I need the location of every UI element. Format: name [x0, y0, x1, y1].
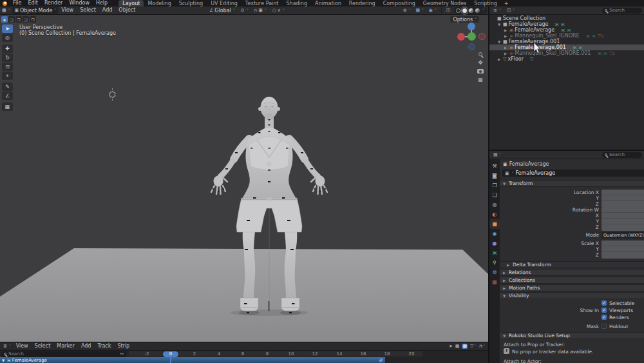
character-model[interactable]: [209, 91, 332, 318]
camera-view-icon[interactable]: [477, 69, 484, 74]
pivot-dropdown[interactable]: ⊙˅: [239, 7, 251, 14]
material-shading-icon[interactable]: [469, 8, 473, 13]
location-x-field[interactable]: [601, 190, 644, 195]
visibility-dropdown[interactable]: ⊚˅: [401, 7, 413, 14]
mode-dropdown[interactable]: ▣ Object Mode ˅: [12, 7, 58, 14]
snap-frame-icon[interactable]: ▦: [462, 344, 468, 349]
scale-y-field[interactable]: [601, 246, 644, 252]
outliner-row-mannequin[interactable]: ▶ ж Mannequin_Skel_IGNORE ж ж ▽2: [489, 33, 644, 39]
workspace-tab[interactable]: Sculpting: [175, 0, 207, 6]
armature-data-icon[interactable]: ж: [592, 34, 596, 39]
tool-button[interactable]: ✎: [2, 83, 13, 91]
armature-data-icon[interactable]: ж: [578, 45, 582, 50]
rotation-mode-dropdown[interactable]: Quaternion (WXYZ): [601, 232, 644, 239]
viewport-3d[interactable]: ➤❏❐❑❒ Options ˅ User Perspective (0) Sce…: [0, 15, 488, 342]
snap-toggle[interactable]: ∩ ▣˅: [252, 7, 269, 14]
properties-tab[interactable]: ⚒: [489, 161, 500, 171]
nla-menu-item[interactable]: Add: [78, 343, 95, 349]
panel-divider-vertical[interactable]: [488, 6, 489, 363]
mesh-children-icon[interactable]: ▽2: [598, 34, 603, 39]
proportional-time-icon[interactable]: ◔˅: [478, 344, 485, 349]
rotation-z-field[interactable]: [601, 224, 644, 230]
gizmos-dropdown[interactable]: ▦˅: [413, 7, 425, 14]
workspace-tab[interactable]: Geometry Nodes: [419, 0, 470, 6]
disclosure-icon[interactable]: ▶: [504, 34, 508, 38]
select-mode-button[interactable]: ❒: [30, 16, 36, 23]
pose-icon[interactable]: ж: [586, 34, 590, 39]
properties-tab[interactable]: ◐: [489, 210, 500, 219]
delta-transform-panel-header[interactable]: ▶Delta Transform: [500, 261, 644, 268]
tool-button[interactable]: ∠: [2, 92, 13, 100]
workspace-tab[interactable]: Modeling: [144, 0, 175, 6]
properties-tab[interactable]: ■: [489, 219, 500, 229]
nla-track-row[interactable]: ▼ ж FemaleAverage ✓: [0, 357, 385, 363]
armature-data-icon[interactable]: ж: [603, 51, 607, 56]
select-mode-button[interactable]: ❑: [23, 16, 29, 23]
nla-menu-item[interactable]: View: [13, 343, 32, 349]
collections-panel-header[interactable]: ▶Collections: [500, 277, 644, 284]
motion-paths-panel-header[interactable]: ▶Motion Paths: [500, 284, 644, 291]
breadcrumb[interactable]: ▣ FemaleAverage: [503, 161, 549, 167]
viewport-menu-item[interactable]: Add: [99, 7, 116, 14]
tool-button[interactable]: ◎: [2, 34, 13, 42]
outliner-row-xfloor[interactable]: ▶ ▽ xFloor ▽: [489, 56, 644, 62]
disclosure-icon[interactable]: ▶: [504, 28, 508, 32]
pan-view-icon[interactable]: ✥: [478, 59, 483, 66]
track-checkbox[interactable]: ✓: [379, 358, 383, 362]
disclosure-icon[interactable]: ▶: [504, 46, 508, 50]
rokoko-panel-header[interactable]: ▼Rokoko Studio Live Setup: [500, 332, 644, 339]
tool-button[interactable]: ➤: [2, 25, 13, 33]
ortho-toggle-icon[interactable]: ▦: [478, 77, 483, 83]
outliner-display-mode-button[interactable]: ◫˅: [505, 7, 516, 14]
disclosure-icon[interactable]: ▼: [498, 40, 502, 44]
properties-tab[interactable]: ◙: [489, 171, 500, 181]
scale-z-field[interactable]: [601, 252, 644, 258]
shading-dropdown-icon[interactable]: ˅: [482, 8, 484, 12]
zoom-view-icon[interactable]: [478, 52, 482, 56]
workspace-tab[interactable]: UV Editing: [207, 0, 242, 6]
fit-width-icon[interactable]: ↔: [120, 351, 124, 357]
workspace-tab[interactable]: Shading: [282, 0, 311, 6]
properties-tab[interactable]: ❏: [489, 190, 500, 200]
properties-tab[interactable]: ◍: [489, 200, 500, 210]
rendered-shading-icon[interactable]: [475, 8, 480, 13]
viewport-menu-item[interactable]: View: [58, 7, 77, 14]
outliner-row-mannequin-001[interactable]: ▶ ж Mannequin_Skel_IGNORE.001 ж ж ▽2: [489, 50, 644, 56]
disclosure-icon[interactable]: ▶: [504, 52, 508, 55]
properties-tab[interactable]: ж: [489, 248, 500, 258]
menu-item[interactable]: Render: [41, 0, 66, 6]
nla-menu-item[interactable]: Strip: [114, 343, 133, 349]
wireframe-shading-icon[interactable]: [456, 8, 460, 13]
rotation-x-field[interactable]: [601, 213, 644, 219]
pose-icon[interactable]: ж: [554, 22, 558, 27]
panel-divider-right[interactable]: [489, 150, 644, 151]
outliner-row-armature[interactable]: ▶ ж FemaleAverage ж ж: [489, 27, 644, 33]
pose-icon[interactable]: ж: [573, 45, 576, 50]
location-fields[interactable]: [601, 190, 644, 208]
renders-checkbox[interactable]: ✓: [601, 315, 607, 320]
tool-button[interactable]: ⊡: [2, 63, 13, 71]
tweak-icon[interactable]: ➤: [449, 344, 453, 349]
location-y-field[interactable]: [601, 195, 644, 201]
tool-button[interactable]: ✚: [2, 44, 13, 53]
playhead-line[interactable]: [170, 357, 171, 363]
editor-type-button[interactable]: ▦˅: [0, 7, 12, 14]
menu-item[interactable]: Edit: [24, 0, 41, 6]
menu-item[interactable]: Window: [66, 0, 93, 6]
blender-logo-icon[interactable]: [3, 1, 7, 6]
nla-search-input[interactable]: Search ↔: [1, 351, 126, 357]
outliner-row-collection-001[interactable]: ▼ ▦ FemaleAverage.001: [489, 39, 644, 44]
properties-tab[interactable]: ●: [489, 239, 500, 248]
mesh-children-icon[interactable]: ▽2: [609, 51, 615, 56]
properties-tab[interactable]: ◉: [489, 229, 500, 239]
3d-cursor[interactable]: [109, 91, 116, 98]
properties-editor-button[interactable]: ▤˅: [491, 152, 503, 159]
outliner-row-scene-collection[interactable]: ▦ Scene Collection: [489, 15, 644, 21]
armature-data-icon[interactable]: ж: [561, 22, 565, 27]
viewports-checkbox[interactable]: ✓: [601, 308, 607, 313]
properties-tab[interactable]: ▩: [489, 277, 500, 287]
tool-button[interactable]: ↻: [2, 54, 13, 62]
relations-panel-header[interactable]: ▶Relations: [500, 269, 644, 276]
workspace-tab[interactable]: Scripting: [470, 0, 501, 6]
outliner-search-input[interactable]: Search: [602, 8, 642, 14]
